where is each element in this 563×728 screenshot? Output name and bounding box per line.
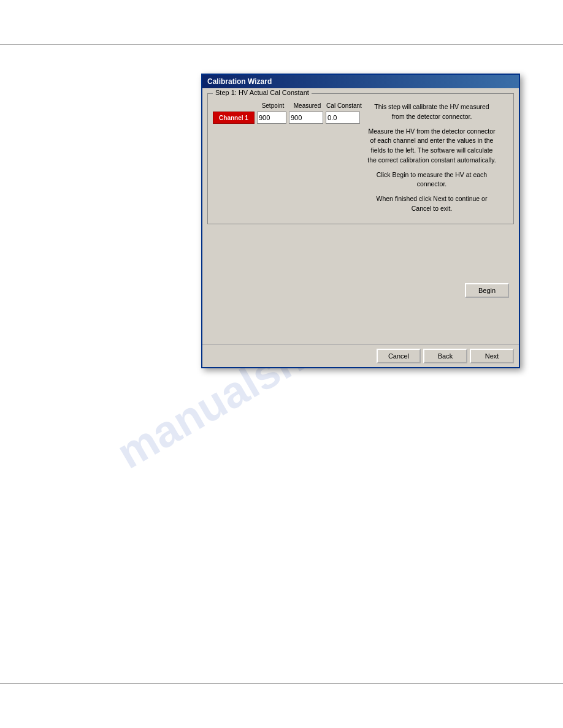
- begin-button[interactable]: Begin: [465, 283, 509, 298]
- table-area: Setpoint Measured Cal Constant Channel 1: [213, 102, 362, 125]
- info-text-1: This step will calibrate the HV measured…: [367, 102, 496, 122]
- col-headers: Setpoint Measured Cal Constant: [257, 102, 362, 109]
- cancel-button[interactable]: Cancel: [377, 349, 421, 363]
- spacer: [207, 229, 514, 278]
- group-box-legend: Step 1: HV Actual Cal Constant: [213, 89, 312, 96]
- step1-group-box: Step 1: HV Actual Cal Constant Setpoint …: [207, 93, 514, 224]
- calconstant-input[interactable]: [326, 112, 360, 124]
- dialog-title: Calibration Wizard: [207, 77, 272, 86]
- col-header-measured: Measured: [289, 102, 326, 109]
- spacer2: [207, 303, 514, 339]
- dialog-body: Step 1: HV Actual Cal Constant Setpoint …: [202, 88, 519, 344]
- col-header-calconstant: Cal Constant: [326, 102, 362, 109]
- dialog-titlebar: Calibration Wizard: [202, 75, 519, 88]
- info-text-2: Measure the HV from the detector connect…: [367, 127, 496, 165]
- dialog-footer: Cancel Back Next: [202, 344, 519, 367]
- back-button[interactable]: Back: [423, 349, 467, 363]
- info-panel: This step will calibrate the HV measured…: [367, 102, 496, 219]
- calibration-wizard-dialog: Calibration Wizard Step 1: HV Actual Cal…: [201, 74, 520, 368]
- next-button[interactable]: Next: [470, 349, 514, 363]
- begin-area: Begin: [207, 278, 514, 303]
- info-text-3: Click Begin to measure the HV at each co…: [367, 170, 496, 190]
- info-text-4: When finished click Next to continue or …: [367, 194, 496, 214]
- data-row-channel1: Channel 1: [213, 112, 362, 124]
- channel1-button[interactable]: Channel 1: [213, 112, 255, 124]
- group-content: Setpoint Measured Cal Constant Channel 1…: [213, 102, 508, 219]
- measured-input[interactable]: [289, 112, 323, 124]
- col-header-setpoint: Setpoint: [257, 102, 289, 109]
- page-border-bottom: [0, 683, 563, 684]
- setpoint-input[interactable]: [257, 112, 286, 124]
- page-border-top: [0, 44, 563, 45]
